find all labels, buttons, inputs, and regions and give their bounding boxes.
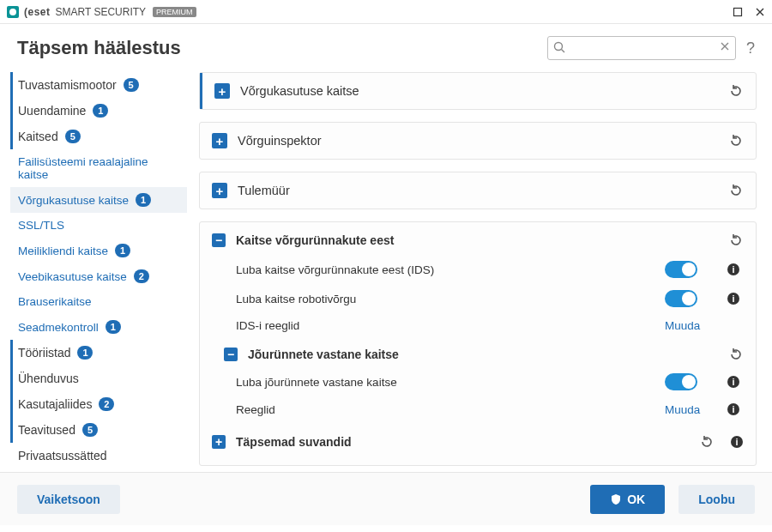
- sidebar-item-realtime-fs[interactable]: Failisüsteemi reaalajaline kaitse: [10, 149, 187, 187]
- row-label: Luba kaitse robotivõrgu: [236, 293, 654, 305]
- sidebar-item-ssl-tls[interactable]: SSL/TLS: [10, 213, 187, 238]
- info-icon[interactable]: i: [727, 375, 744, 389]
- product-name: SMART SECURITY: [56, 6, 147, 18]
- row-label: Luba jõurünnete vastane kaitse: [236, 376, 654, 389]
- info-icon[interactable]: i: [727, 402, 744, 416]
- reset-icon[interactable]: [728, 347, 744, 362]
- panel-title: Võrguinspektor: [238, 134, 718, 148]
- collapse-icon[interactable]: −: [224, 348, 238, 361]
- badge: 1: [77, 346, 93, 360]
- brand-name: (eset: [24, 6, 51, 18]
- sidebar-item-protections[interactable]: Kaitsed 5: [10, 124, 187, 149]
- svg-point-2: [554, 43, 562, 51]
- row-label: IDS-i reeglid: [236, 319, 654, 332]
- badge: 1: [115, 244, 130, 257]
- row-bruteforce-rules: Reeglid Muuda i: [212, 396, 744, 422]
- badge: 1: [136, 193, 151, 207]
- sidebar-item-connectivity[interactable]: Ühenduvus: [10, 366, 187, 391]
- toggle-botnet[interactable]: [665, 290, 697, 307]
- toggle-bruteforce[interactable]: [665, 373, 697, 390]
- svg-rect-1: [734, 8, 742, 15]
- sidebar-item-email-client[interactable]: Meilikliendi kaitse 1: [10, 238, 187, 263]
- panel-header[interactable]: + Võrgukasutuse kaitse: [200, 73, 756, 109]
- reset-icon[interactable]: [728, 183, 744, 198]
- reset-icon[interactable]: [728, 83, 744, 99]
- search-input[interactable]: [547, 36, 736, 60]
- search-icon: [552, 40, 566, 54]
- titlebar: (eset SMART SECURITY PREMIUM: [0, 0, 772, 24]
- product-tier: PREMIUM: [153, 7, 196, 17]
- expand-icon[interactable]: +: [212, 183, 227, 198]
- sidebar-item-privacy[interactable]: Privaatsussätted: [10, 443, 187, 469]
- section-header-advanced[interactable]: + Täpsemad suvandid i: [212, 422, 744, 456]
- sidebar-item-ui[interactable]: Kasutajaliides 2: [10, 391, 187, 417]
- expand-icon[interactable]: +: [212, 435, 226, 449]
- window-close-icon[interactable]: [755, 7, 765, 17]
- page-title: Täpsem häälestus: [17, 37, 181, 59]
- expand-icon[interactable]: +: [214, 83, 230, 99]
- info-icon[interactable]: i: [727, 292, 744, 305]
- toggle-ids[interactable]: [665, 261, 697, 278]
- sidebar-item-notifications[interactable]: Teavitused 5: [10, 417, 187, 443]
- section-header-attack[interactable]: − Kaitse võrgurünnakute eest: [212, 224, 744, 255]
- badge: 1: [106, 320, 121, 334]
- info-icon[interactable]: i: [730, 435, 744, 449]
- default-zone-button[interactable]: Vaiketsoon: [17, 485, 120, 514]
- panel-header[interactable]: + Võrguinspektor: [200, 123, 756, 159]
- section-header-bruteforce[interactable]: − Jõurünnete vastane kaitse: [212, 338, 744, 367]
- row-ids-rules: IDS-i reeglid Muuda: [212, 313, 744, 338]
- badge: 2: [134, 269, 149, 283]
- badge: 5: [65, 130, 81, 143]
- reset-icon[interactable]: [699, 434, 715, 450]
- sidebar-item-device-control[interactable]: Seadmekontroll 1: [10, 314, 187, 340]
- cancel-button[interactable]: Loobu: [679, 485, 755, 514]
- svg-text:i: i: [732, 293, 734, 304]
- sidebar-item-update[interactable]: Uuendamine 1: [10, 98, 187, 124]
- footer: Vaiketsoon OK Loobu: [0, 472, 772, 525]
- section-title: Kaitse võrgurünnakute eest: [236, 233, 718, 247]
- section-title: Täpsemad suvandid: [236, 435, 689, 449]
- svg-point-0: [9, 9, 16, 15]
- brand-logo-icon: [7, 6, 19, 18]
- search-box: [547, 36, 736, 60]
- section-title: Jõurünnete vastane kaitse: [248, 348, 718, 361]
- panel-title: Tulemüür: [238, 184, 718, 197]
- edit-link[interactable]: Muuda: [665, 319, 700, 332]
- panel-network-protection: + Võrgukasutuse kaitse: [199, 72, 757, 110]
- header-right: ?: [547, 36, 755, 60]
- svg-text:i: i: [732, 377, 734, 387]
- badge: 5: [124, 78, 139, 92]
- row-enable-botnet: Luba kaitse robotivõrgu i: [212, 284, 744, 313]
- shield-icon: [610, 493, 622, 505]
- badge: 5: [82, 423, 98, 437]
- body: Tuvastamismootor 5 Uuendamine 1 Kaitsed …: [0, 69, 772, 472]
- edit-link[interactable]: Muuda: [665, 403, 700, 416]
- sidebar: Tuvastamismootor 5 Uuendamine 1 Kaitsed …: [0, 69, 187, 472]
- collapse-icon[interactable]: −: [212, 233, 226, 247]
- reset-icon[interactable]: [728, 233, 744, 248]
- sidebar-item-web-protection[interactable]: Veebikasutuse kaitse 2: [10, 263, 187, 289]
- panel-attack-protection: − Kaitse võrgurünnakute eest Luba kaitse…: [199, 221, 757, 466]
- sidebar-item-browser-protection[interactable]: Brauserikaitse: [10, 289, 187, 314]
- sidebar-item-tools[interactable]: Tööriistad 1: [10, 340, 187, 366]
- panel-firewall: + Tulemüür: [199, 172, 757, 209]
- badge: 1: [93, 104, 108, 118]
- expand-icon[interactable]: +: [212, 133, 227, 148]
- svg-text:i: i: [732, 404, 734, 414]
- row-label: Luba kaitse võrgurünnakute eest (IDS): [236, 263, 654, 276]
- panel-network-inspector: + Võrguinspektor: [199, 122, 757, 160]
- reset-icon[interactable]: [728, 133, 744, 148]
- search-clear-icon[interactable]: [719, 40, 731, 52]
- badge: 2: [99, 397, 114, 411]
- svg-text:i: i: [735, 437, 738, 447]
- titlebar-left: (eset SMART SECURITY PREMIUM: [7, 6, 196, 18]
- panel-header[interactable]: + Tulemüür: [200, 172, 756, 209]
- row-label: Reeglid: [236, 403, 654, 416]
- content: + Võrgukasutuse kaitse + Võrguinspektor …: [187, 69, 772, 472]
- sidebar-item-detection-engine[interactable]: Tuvastamismootor 5: [10, 72, 187, 98]
- help-icon[interactable]: ?: [746, 39, 755, 57]
- window-maximize-icon[interactable]: [733, 7, 743, 17]
- info-icon[interactable]: i: [727, 263, 744, 276]
- sidebar-item-network-protection[interactable]: Võrgukasutuse kaitse 1: [10, 187, 187, 213]
- ok-button[interactable]: OK: [590, 485, 665, 514]
